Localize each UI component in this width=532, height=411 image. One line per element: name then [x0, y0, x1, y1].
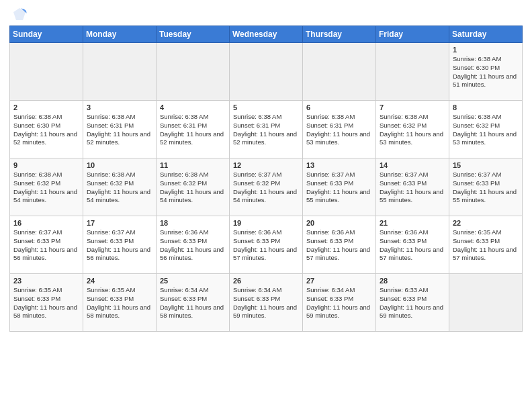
calendar-cell	[157, 43, 230, 101]
day-header-thursday: Thursday	[303, 26, 376, 43]
day-info: Sunrise: 6:37 AM Sunset: 6:32 PM Dayligh…	[233, 171, 299, 205]
calendar-cell: 25Sunrise: 6:34 AM Sunset: 6:33 PM Dayli…	[157, 274, 230, 332]
day-info: Sunrise: 6:38 AM Sunset: 6:32 PM Dayligh…	[380, 113, 445, 147]
calendar-cell	[376, 43, 449, 101]
calendar-cell: 14Sunrise: 6:37 AM Sunset: 6:33 PM Dayli…	[376, 158, 449, 216]
calendar-cell: 2Sunrise: 6:38 AM Sunset: 6:30 PM Daylig…	[10, 101, 83, 158]
day-info: Sunrise: 6:36 AM Sunset: 6:33 PM Dayligh…	[380, 228, 445, 263]
day-info: Sunrise: 6:38 AM Sunset: 6:32 PM Dayligh…	[453, 113, 519, 147]
calendar-week-4: 16Sunrise: 6:37 AM Sunset: 6:33 PM Dayli…	[10, 216, 523, 274]
day-info: Sunrise: 6:38 AM Sunset: 6:32 PM Dayligh…	[160, 171, 226, 205]
calendar-cell: 26Sunrise: 6:34 AM Sunset: 6:33 PM Dayli…	[230, 274, 303, 332]
day-header-friday: Friday	[376, 26, 449, 43]
calendar-table: SundayMondayTuesdayWednesdayThursdayFrid…	[9, 26, 523, 332]
calendar-cell: 10Sunrise: 6:38 AM Sunset: 6:32 PM Dayli…	[83, 158, 157, 216]
calendar-cell: 9Sunrise: 6:38 AM Sunset: 6:32 PM Daylig…	[10, 158, 83, 216]
day-number: 19	[233, 219, 299, 227]
calendar-cell: 1Sunrise: 6:38 AM Sunset: 6:30 PM Daylig…	[449, 43, 523, 101]
day-info: Sunrise: 6:38 AM Sunset: 6:31 PM Dayligh…	[233, 113, 299, 147]
day-info: Sunrise: 6:36 AM Sunset: 6:33 PM Dayligh…	[160, 228, 226, 263]
calendar-cell: 13Sunrise: 6:37 AM Sunset: 6:33 PM Dayli…	[303, 158, 376, 216]
day-header-sunday: Sunday	[10, 26, 83, 43]
calendar-cell: 12Sunrise: 6:37 AM Sunset: 6:32 PM Dayli…	[230, 158, 303, 216]
day-number: 22	[453, 219, 519, 227]
calendar-cell: 27Sunrise: 6:34 AM Sunset: 6:33 PM Dayli…	[303, 274, 376, 332]
calendar-cell: 21Sunrise: 6:36 AM Sunset: 6:33 PM Dayli…	[376, 216, 449, 274]
day-number: 2	[13, 103, 79, 111]
day-info: Sunrise: 6:37 AM Sunset: 6:33 PM Dayligh…	[380, 171, 445, 205]
day-number: 11	[160, 161, 226, 169]
day-number: 6	[306, 103, 372, 111]
day-number: 5	[233, 103, 299, 111]
calendar-cell: 11Sunrise: 6:38 AM Sunset: 6:32 PM Dayli…	[157, 158, 230, 216]
calendar-cell: 6Sunrise: 6:38 AM Sunset: 6:31 PM Daylig…	[303, 101, 376, 158]
day-header-wednesday: Wednesday	[230, 26, 303, 43]
day-number: 7	[380, 103, 445, 111]
day-info: Sunrise: 6:36 AM Sunset: 6:33 PM Dayligh…	[233, 228, 299, 263]
day-info: Sunrise: 6:38 AM Sunset: 6:31 PM Dayligh…	[306, 113, 372, 147]
day-info: Sunrise: 6:37 AM Sunset: 6:33 PM Dayligh…	[87, 228, 152, 263]
day-info: Sunrise: 6:37 AM Sunset: 6:33 PM Dayligh…	[453, 171, 519, 205]
calendar-cell: 16Sunrise: 6:37 AM Sunset: 6:33 PM Dayli…	[10, 216, 83, 274]
day-info: Sunrise: 6:36 AM Sunset: 6:33 PM Dayligh…	[306, 228, 372, 263]
calendar-cell: 18Sunrise: 6:36 AM Sunset: 6:33 PM Dayli…	[157, 216, 230, 274]
calendar-week-3: 9Sunrise: 6:38 AM Sunset: 6:32 PM Daylig…	[10, 158, 523, 216]
day-header-monday: Monday	[83, 26, 157, 43]
logo	[9, 7, 27, 21]
day-number: 8	[453, 103, 519, 111]
day-number: 9	[13, 161, 79, 169]
day-number: 10	[87, 161, 152, 169]
day-info: Sunrise: 6:33 AM Sunset: 6:33 PM Dayligh…	[380, 286, 445, 320]
calendar-cell: 20Sunrise: 6:36 AM Sunset: 6:33 PM Dayli…	[303, 216, 376, 274]
day-number: 28	[380, 277, 445, 285]
calendar-cell: 24Sunrise: 6:35 AM Sunset: 6:33 PM Dayli…	[83, 274, 157, 332]
calendar-cell	[10, 43, 83, 101]
day-info: Sunrise: 6:37 AM Sunset: 6:33 PM Dayligh…	[13, 228, 79, 263]
calendar-week-2: 2Sunrise: 6:38 AM Sunset: 6:30 PM Daylig…	[10, 101, 523, 158]
day-number: 4	[160, 103, 226, 111]
day-info: Sunrise: 6:35 AM Sunset: 6:33 PM Dayligh…	[13, 286, 79, 320]
day-info: Sunrise: 6:34 AM Sunset: 6:33 PM Dayligh…	[233, 286, 299, 320]
calendar-cell	[303, 43, 376, 101]
day-number: 18	[160, 219, 226, 227]
day-info: Sunrise: 6:38 AM Sunset: 6:30 PM Dayligh…	[13, 113, 79, 147]
day-number: 27	[306, 277, 372, 285]
day-number: 17	[87, 219, 152, 227]
day-number: 26	[233, 277, 299, 285]
page: SundayMondayTuesdayWednesdayThursdayFrid…	[0, 0, 532, 338]
day-number: 12	[233, 161, 299, 169]
calendar-cell: 17Sunrise: 6:37 AM Sunset: 6:33 PM Dayli…	[83, 216, 157, 274]
calendar-cell: 15Sunrise: 6:37 AM Sunset: 6:33 PM Dayli…	[449, 158, 523, 216]
day-number: 13	[306, 161, 372, 169]
day-number: 24	[87, 277, 152, 285]
day-info: Sunrise: 6:38 AM Sunset: 6:32 PM Dayligh…	[13, 171, 79, 205]
calendar-cell: 22Sunrise: 6:35 AM Sunset: 6:33 PM Dayli…	[449, 216, 523, 274]
calendar-cell: 4Sunrise: 6:38 AM Sunset: 6:31 PM Daylig…	[157, 101, 230, 158]
calendar-week-1: 1Sunrise: 6:38 AM Sunset: 6:30 PM Daylig…	[10, 43, 523, 101]
day-number: 20	[306, 219, 372, 227]
day-number: 23	[13, 277, 79, 285]
day-header-saturday: Saturday	[449, 26, 523, 43]
day-info: Sunrise: 6:38 AM Sunset: 6:30 PM Dayligh…	[453, 55, 519, 89]
day-number: 14	[380, 161, 445, 169]
calendar-header-row: SundayMondayTuesdayWednesdayThursdayFrid…	[10, 26, 523, 43]
day-number: 3	[87, 103, 152, 111]
day-info: Sunrise: 6:38 AM Sunset: 6:31 PM Dayligh…	[87, 113, 152, 147]
calendar-cell	[449, 274, 523, 332]
calendar-cell: 7Sunrise: 6:38 AM Sunset: 6:32 PM Daylig…	[376, 101, 449, 158]
calendar-cell: 5Sunrise: 6:38 AM Sunset: 6:31 PM Daylig…	[230, 101, 303, 158]
day-info: Sunrise: 6:34 AM Sunset: 6:33 PM Dayligh…	[160, 286, 226, 320]
day-info: Sunrise: 6:38 AM Sunset: 6:31 PM Dayligh…	[160, 113, 226, 147]
calendar-cell: 23Sunrise: 6:35 AM Sunset: 6:33 PM Dayli…	[10, 274, 83, 332]
day-number: 1	[453, 46, 519, 54]
day-info: Sunrise: 6:38 AM Sunset: 6:32 PM Dayligh…	[87, 171, 152, 205]
logo-icon	[12, 7, 27, 21]
day-header-tuesday: Tuesday	[157, 26, 230, 43]
day-info: Sunrise: 6:37 AM Sunset: 6:33 PM Dayligh…	[306, 171, 372, 205]
day-info: Sunrise: 6:34 AM Sunset: 6:33 PM Dayligh…	[306, 286, 372, 320]
calendar-cell: 8Sunrise: 6:38 AM Sunset: 6:32 PM Daylig…	[449, 101, 523, 158]
calendar-cell: 3Sunrise: 6:38 AM Sunset: 6:31 PM Daylig…	[83, 101, 157, 158]
header	[9, 7, 523, 21]
calendar-cell	[230, 43, 303, 101]
calendar-week-5: 23Sunrise: 6:35 AM Sunset: 6:33 PM Dayli…	[10, 274, 523, 332]
